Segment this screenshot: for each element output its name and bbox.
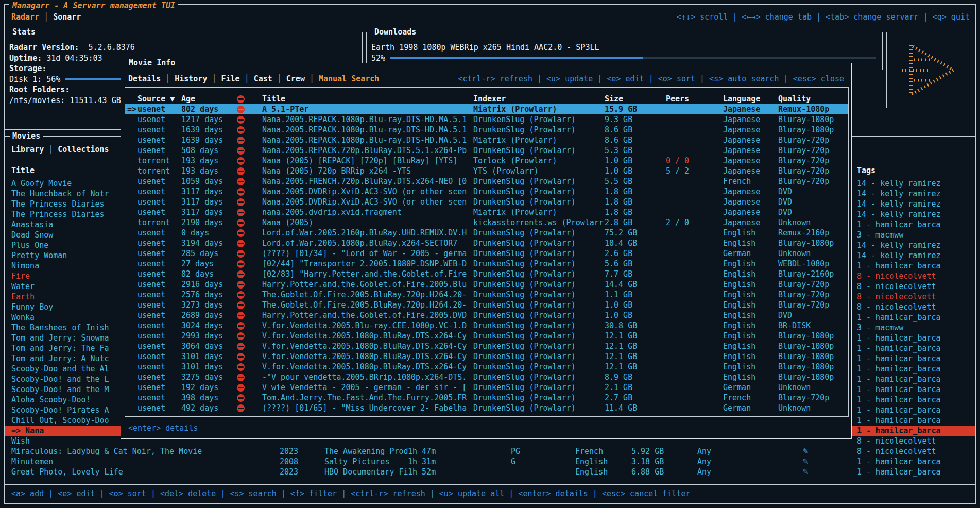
release-indexer: Miatrix (Prowlarr) <box>473 135 605 145</box>
release-row[interactable]: usenet2689 daysHarry.Potter.and.the.Gobl… <box>125 310 848 320</box>
movie-info-tab-cast[interactable]: Cast <box>254 74 272 84</box>
release-source: torrent <box>137 156 181 166</box>
movie-year: 2008 <box>280 456 324 467</box>
release-indexer: YTS (Prowlarr) <box>473 166 605 176</box>
release-source: usenet <box>137 259 181 269</box>
release-title: V wie Vendetta - 2005 - german - der sir… <box>262 382 473 393</box>
movie-row[interactable]: Great Photo, Lovely Life2023HBO Document… <box>5 467 975 477</box>
movie-row[interactable]: Miraculous: Ladybug & Cat Noir, The Movi… <box>5 446 975 456</box>
release-rejected-cell <box>237 166 262 176</box>
movie-tag: 1 - hamilcar_barca <box>857 395 975 405</box>
col-language[interactable]: Language <box>723 94 778 104</box>
col-quality[interactable]: Quality <box>778 94 848 104</box>
release-peers <box>666 362 723 372</box>
release-size: 2.1 GB <box>605 382 666 393</box>
movie-tag: 1 - hamilcar_barca <box>857 261 975 271</box>
release-row[interactable]: usenet3117 daysNana.2005.DVDRip.XviD.AC3… <box>125 187 848 197</box>
release-indexer: DrunkenSlug (Prowlarr) <box>473 187 605 197</box>
release-row[interactable]: usenet3101 daysV.for.Vendetta.2005.1080p… <box>125 351 848 362</box>
release-age: 3117 days <box>181 187 237 197</box>
release-row[interactable]: =>usenet802 daysA 5.1-PTerMiatrix (Prowl… <box>125 104 848 114</box>
release-row[interactable]: usenet27 days[02/44] "Transporter 2.2005… <box>125 259 848 269</box>
release-row[interactable]: usenet285 days(????) [01/34] - "Lord of … <box>125 248 848 259</box>
movies-tab-collections[interactable]: Collections <box>58 144 109 155</box>
col-indexer[interactable]: Indexer <box>473 94 605 104</box>
release-title: Nana.2005.REPACK.1080p.Blu-ray.DTS-HD.MA… <box>262 114 473 125</box>
release-indexer: Torlock (Prowlarr) <box>473 156 605 166</box>
release-row[interactable]: usenet492 days(????) [01/65] - "Miss Und… <box>125 403 848 413</box>
release-marker <box>127 351 137 362</box>
release-indexer: DrunkenSlug (Prowlarr) <box>473 228 605 238</box>
release-size: 8.9 GB <box>605 372 666 382</box>
release-rejected-cell <box>237 279 262 290</box>
release-rejected-cell <box>237 341 262 351</box>
movie-row[interactable]: Minutemen2008Salty Pictures1h 31mGEnglis… <box>5 456 975 467</box>
release-peers <box>666 279 723 290</box>
release-row[interactable]: usenet1639 daysNana.2005.REPACK.1080p.Bl… <box>125 135 848 145</box>
release-age: 3275 days <box>181 372 237 382</box>
release-row[interactable]: usenet2993 daysV.for.Vendetta.2005.1080p… <box>125 331 848 341</box>
release-row[interactable]: usenet1217 daysNana.2005.REPACK.1080p.Bl… <box>125 114 848 125</box>
release-title: [02/44] "Transporter 2.2005.1080P.DSNP.W… <box>262 259 473 269</box>
release-row[interactable]: usenet0 daysLord.of.War.2005.2160p.BluRa… <box>125 228 848 238</box>
release-row[interactable]: usenet2576 daysThe.Goblet.Of.Fire.2005.B… <box>125 290 848 300</box>
tab-separator: │ <box>212 74 216 84</box>
movie-info-tab-manual-search[interactable]: Manual Search <box>319 74 379 84</box>
col-title[interactable]: Title <box>262 94 473 104</box>
release-row[interactable]: usenet82 days[02/83] "Harry.Potter.and.t… <box>125 269 848 279</box>
movie-tag: 1 - hamilcar_barca <box>857 415 975 426</box>
release-language: Japanese <box>723 125 778 135</box>
movie-info-tab-details[interactable]: Details <box>128 74 161 84</box>
release-language: Japanese <box>723 187 778 197</box>
movies-tab-library[interactable]: Library <box>11 144 44 155</box>
release-row[interactable]: usenet3117 daysNana.2005.DVDRip.XviD.AC3… <box>125 197 848 207</box>
release-indexer: DrunkenSlug (Prowlarr) <box>473 372 605 382</box>
col-size[interactable]: Size <box>605 94 666 104</box>
col-age[interactable]: Age <box>181 94 237 104</box>
release-row[interactable]: torrent193 daysNana (2005) [REPACK] [720… <box>125 156 848 166</box>
releases-table: Source ▼ Age Title Indexer Size Peers La… <box>125 87 849 417</box>
release-size: 2.7 GB <box>605 393 666 403</box>
release-row[interactable]: usenet2916 daysHarry.Potter.and.the.Gobl… <box>125 279 848 290</box>
release-source: usenet <box>137 114 181 125</box>
release-row[interactable]: usenet1639 daysNana.2005.REPACK.1080p.Bl… <box>125 125 848 135</box>
release-row[interactable]: usenet1059 daysNana.2005.FRENCH.720p.Blu… <box>125 176 848 187</box>
release-quality: Unknown <box>778 248 848 259</box>
release-row[interactable]: torrent2190 daysNana (2005)kickasstorren… <box>125 217 848 228</box>
movie-info-tab-crew[interactable]: Crew <box>286 74 305 84</box>
tab-radarr[interactable]: Radarr <box>11 12 39 22</box>
release-age: 192 days <box>181 382 237 393</box>
release-row[interactable]: usenet3275 days-"V pour vendetta.2005.BR… <box>125 372 848 382</box>
col-peers[interactable]: Peers <box>666 94 723 104</box>
release-rejected-cell <box>237 197 262 207</box>
col-source[interactable]: Source ▼ <box>137 94 181 104</box>
movie-info-tab-history[interactable]: History <box>175 74 207 84</box>
release-row[interactable]: usenet3064 daysV.for.Vendetta.2005.1080p… <box>125 341 848 351</box>
releases-table-header: Source ▼ Age Title Indexer Size Peers La… <box>125 94 848 104</box>
rejected-icon <box>237 250 245 258</box>
release-marker <box>127 207 137 217</box>
tab-sonarr[interactable]: Sonarr <box>53 12 81 22</box>
release-size: 9.3 GB <box>605 114 666 125</box>
release-language: Japanese <box>723 166 778 176</box>
release-row[interactable]: usenet3117 daysnana.2005.dvdrip.xvid.fra… <box>125 207 848 217</box>
release-row[interactable]: usenet508 daysNana.2005.REPACK.720p.BluR… <box>125 145 848 156</box>
release-marker <box>127 310 137 320</box>
rejected-icon <box>237 178 245 185</box>
release-row[interactable]: usenet3101 daysV.for.Vendetta.2005.1080p… <box>125 362 848 372</box>
release-row[interactable]: usenet398 daysTom.And.Jerry.The.Fast.And… <box>125 393 848 403</box>
release-indexer: DrunkenSlug (Prowlarr) <box>473 362 605 372</box>
release-rejected-cell <box>237 393 262 403</box>
release-source: usenet <box>137 279 181 290</box>
release-quality: Bluray-1080p <box>778 362 848 372</box>
release-indexer: DrunkenSlug (Prowlarr) <box>473 310 605 320</box>
release-row[interactable]: usenet3024 daysV.for.Vendetta.2005.Blu-r… <box>125 320 848 331</box>
release-title: The.Goblet.Of.Fire.2005.BluRay.720p.H264… <box>262 290 473 300</box>
movie-info-tab-file[interactable]: File <box>221 74 240 84</box>
release-language: Japanese <box>723 207 778 217</box>
release-row[interactable]: torrent193 daysNana (2005) 720p BRRip x2… <box>125 166 848 176</box>
release-row[interactable]: usenet3273 daysThe.Goblet.Of.Fire.2005.B… <box>125 300 848 310</box>
movie-runtime: 1h 52m <box>408 467 511 477</box>
release-row[interactable]: usenet192 daysV wie Vendetta - 2005 - ge… <box>125 382 848 393</box>
release-row[interactable]: usenet3194 daysLord.of.War.2005.1080p.Bl… <box>125 238 848 248</box>
